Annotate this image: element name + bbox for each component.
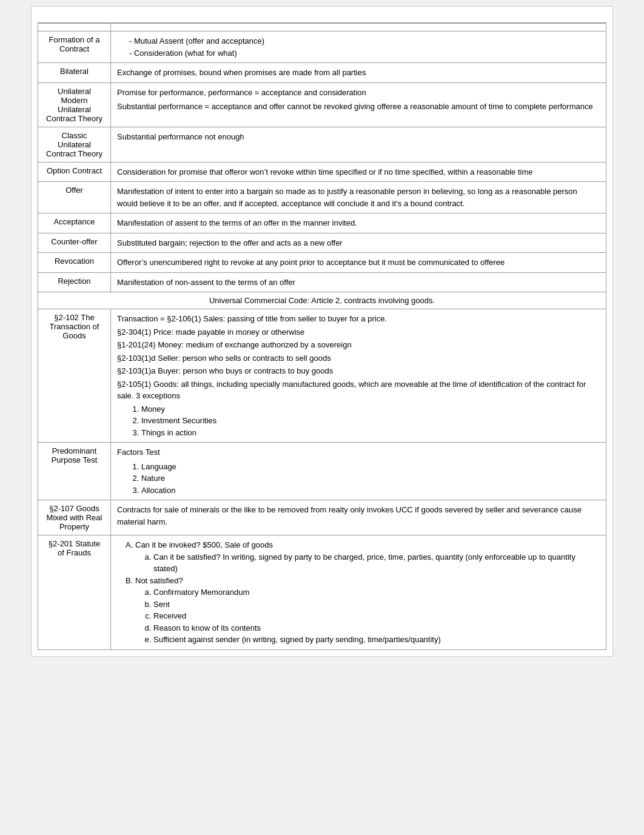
rules-line: Transaction = §2-106(1) Sales: passing o… [117,313,600,325]
concept-cell: Rejection [38,272,111,292]
table-row: §2-102 The Transaction of GoodsTransacti… [38,309,606,443]
header-rules [111,24,606,32]
list-item: Reason to know of its contents [153,622,600,634]
concept-cell: §2-102 The Transaction of Goods [38,309,111,443]
list-item: Received [153,610,600,622]
rules-cell: Substantial performance not enough [111,127,606,162]
list-item: Sent [153,599,600,611]
concept-cell: Bilateral [38,63,111,83]
rules-cell: Consideration for promise that offeror w… [111,162,606,182]
rules-cell: Contracts for sale of minerals or the li… [111,500,606,535]
sof-item-b: Not satisfied?Confirmatory MemorandumSen… [135,575,600,646]
rules-cell: Mutual Assent (offer and acceptance)Cons… [111,32,606,63]
concept-cell: Offer [38,182,111,213]
list-item: Allocation [141,485,600,497]
rules-line: §2-105(1) Goods: all things, including s… [117,378,600,402]
main-table: Formation of a ContractMutual Assent (of… [38,23,606,650]
table-row: §2-107 Goods Mixed with Real PropertyCon… [38,500,606,535]
concept-cell: Revocation [38,253,111,273]
concept-cell: Counter-offer [38,233,111,253]
rules-cell: Factors TestLanguageNatureAllocation [111,443,606,500]
concept-cell: Unilateral Modern Unilateral Contract Th… [38,82,111,127]
concept-cell: Classic Unilateral Contract Theory [38,127,111,162]
factors-title: Factors Test [117,446,600,458]
list-item: Investment Securities [141,415,600,427]
main-title [38,13,606,23]
list-item: Consideration (what for what) [129,47,600,59]
table-row: Classic Unilateral Contract TheorySubsta… [38,127,606,162]
sof-sub-a: Can it be satisfied? In writing, signed … [153,551,600,575]
rules-cell: Manifestation of intent to enter into a … [111,182,606,213]
rules-cell: Transaction = §2-106(1) Sales: passing o… [111,309,606,443]
rules-cell: Manifestation of non-assent to the terms… [111,272,606,292]
rules-line: §2-304(1) Price: made payable in money o… [117,326,600,338]
concept-cell: §2-201 Statute of Frauds [38,535,111,650]
table-row: Option ContractConsideration for promise… [38,162,606,182]
list-item: Language [141,461,600,473]
table-row: Counter-offerSubstituted bargain; reject… [38,233,606,253]
concept-cell: Formation of a Contract [38,32,111,63]
list-item: Confirmatory Memorandum [153,586,600,599]
rules-cell: Offeror’s unencumbered right to revoke a… [111,253,606,273]
rules-line: §1-201(24) Money: medium of exchange aut… [117,339,600,351]
concept-cell: Predominant Purpose Test [38,443,111,500]
rules-cell: Promise for performance, performance = a… [111,82,606,127]
table-row: AcceptanceManifestation of assent to the… [38,213,606,233]
rules-paragraph: Substantial performance = acceptance and… [117,101,600,113]
list-item: Things in action [141,427,600,439]
rules-cell: Can it be invoked? $500, Sale of goodsCa… [111,535,606,650]
concept-cell: Acceptance [38,213,111,233]
page-wrapper: Formation of a ContractMutual Assent (of… [31,6,613,657]
header-concept [38,24,111,32]
list-item: Nature [141,472,600,485]
sof-item-a: Can it be invoked? $500, Sale of goodsCa… [135,539,600,575]
concept-cell: §2-107 Goods Mixed with Real Property [38,500,111,535]
table-row: BilateralExchange of promises, bound whe… [38,63,606,83]
table-row: OfferManifestation of intent to enter in… [38,182,606,213]
table-row: Universal Commercial Code: Article 2, co… [38,292,606,309]
table-row: RejectionManifestation of non-assent to … [38,272,606,292]
table-row: §2-201 Statute of FraudsCan it be invoke… [38,535,606,650]
rules-cell: Substituted bargain; rejection to the of… [111,233,606,253]
list-item: Sufficient against sender (in writing, s… [153,634,600,646]
table-row: RevocationOfferor’s unencumbered right t… [38,253,606,273]
table-row: Predominant Purpose TestFactors TestLang… [38,443,606,500]
rules-cell: Exchange of promises, bound when promise… [111,63,606,83]
rules-line: §2-103(1)a Buyer: person who buys or con… [117,365,600,377]
ucc-header-cell: Universal Commercial Code: Article 2, co… [38,292,606,309]
rules-line: §2-103(1)d Seller: person who sells or c… [117,352,600,364]
list-item: Mutual Assent (offer and acceptance) [129,35,600,47]
table-row: Formation of a ContractMutual Assent (of… [38,32,606,63]
list-item: Money [141,403,600,415]
table-row: Unilateral Modern Unilateral Contract Th… [38,82,606,127]
rules-cell: Manifestation of assent to the terms of … [111,213,606,233]
concept-cell: Option Contract [38,162,111,182]
rules-paragraph: Promise for performance, performance = a… [117,87,600,99]
